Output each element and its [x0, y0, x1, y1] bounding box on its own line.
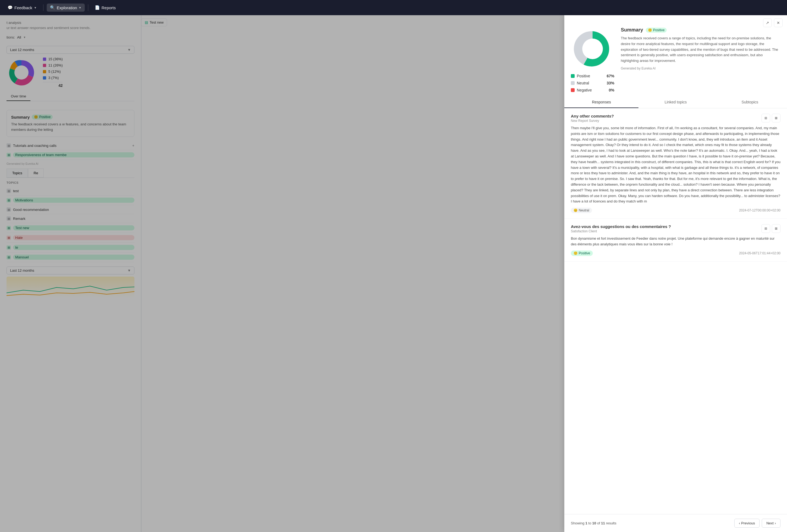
modal-header-actions: ↗ ✕ — [564, 15, 787, 27]
nav-separator-2 — [88, 4, 88, 11]
modal-external-link-button[interactable]: ↗ — [763, 19, 772, 27]
donut-positive-pct: 67% — [607, 74, 614, 78]
donut-color-neutral — [571, 81, 575, 85]
response-actions: ⊞ ⊠ — [762, 114, 781, 123]
topnav: 💬 Feedback ▼ 🔍 Exploration ▼ 📄 Reports — [0, 0, 787, 15]
donut-legend-neutral: Neutral 33% — [571, 81, 614, 85]
response-date: 2024-05-06T17:01:44+02:00 — [739, 251, 781, 255]
reports-icon: 📄 — [95, 5, 100, 10]
exploration-icon: 🔍 — [50, 5, 55, 10]
modal-overlay: ↗ ✕ Positive — [0, 15, 787, 532]
pagination-from: 1 — [585, 521, 587, 525]
response-actions: ⊞ ⊠ — [762, 224, 781, 233]
donut-positive-label: Positive — [577, 74, 590, 78]
prev-chevron: ‹ — [739, 521, 740, 525]
nav-reports-label: Reports — [102, 5, 116, 10]
response-flag-button[interactable]: ⊠ — [772, 114, 781, 123]
pagination-of2: of — [596, 521, 601, 525]
response-survey: Satisfaction Client — [571, 229, 671, 233]
pagination-of: to — [588, 521, 592, 525]
pagination-results: results — [605, 521, 616, 525]
response-flag-button[interactable]: ⊠ — [772, 224, 781, 233]
modal-tab-linked-topics[interactable]: Linked topics — [638, 97, 712, 108]
donut-legend-neutral-left: Neutral — [571, 81, 589, 85]
feedback-chevron: ▼ — [34, 6, 37, 9]
modal-close-button[interactable]: ✕ — [774, 19, 783, 27]
response-question: Avez-vous des suggestions ou des comment… — [571, 224, 671, 229]
donut-section: Positive 67% Neutral 33% — [571, 27, 614, 92]
modal-positive-emoji: 🙂 — [648, 28, 652, 32]
next-label: Next — [766, 521, 774, 525]
responses-list: Any other comments? New Report Survey ⊞ … — [564, 108, 787, 514]
pagination-info: Showing 1 to 10 of 11 results — [571, 521, 616, 525]
sentiment-badge: 😐 Neutral — [571, 208, 592, 213]
next-chevron: › — [775, 521, 776, 525]
nav-exploration-label: Exploration — [57, 5, 77, 10]
donut-legend-negative-left: Negative — [571, 88, 592, 92]
modal-tab-responses[interactable]: Responses — [564, 97, 638, 108]
nav-feedback[interactable]: 💬 Feedback ▼ — [4, 3, 40, 12]
donut-color-negative — [571, 88, 575, 92]
modal-panel: ↗ ✕ Positive — [564, 15, 787, 532]
modal-summary-text: The feedback received covers a range of … — [621, 36, 781, 64]
modal-tab-subtopics[interactable]: Subtopics — [713, 97, 787, 108]
modal-summary-badge: 🙂 Positive — [646, 28, 667, 32]
donut-legend-negative: Negative 0% — [571, 88, 614, 92]
nav-exploration[interactable]: 🔍 Exploration ▼ — [47, 3, 85, 12]
modal-summary-right: Summary 🙂 Positive The feedback received… — [621, 27, 781, 70]
donut-negative-label: Negative — [577, 88, 592, 92]
response-item: Avez-vous des suggestions ou des comment… — [564, 219, 787, 262]
response-footer: 😐 Neutral 2024-07-12T00:00:00+02:00 — [571, 208, 781, 213]
pagination: Showing 1 to 10 of 11 results ‹ Previous… — [564, 514, 787, 532]
modal-summary: Positive 67% Neutral 33% — [564, 27, 787, 97]
sentiment-badge: 🙂 Positive — [571, 250, 593, 256]
prev-button[interactable]: ‹ Previous — [734, 519, 760, 528]
response-text: Then maybe I'll give you, some bit more … — [571, 126, 781, 204]
donut-neutral-pct: 33% — [607, 81, 614, 85]
response-item: Any other comments? New Report Survey ⊞ … — [564, 108, 787, 219]
donut-neutral-label: Neutral — [577, 81, 589, 85]
response-text: Bon dynamisme et fort investissement de … — [571, 236, 781, 247]
svg-point-1 — [582, 39, 603, 59]
modal-summary-title: Summary — [621, 27, 643, 33]
donut-negative-pct: 0% — [609, 88, 614, 92]
response-footer: 🙂 Positive 2024-05-06T17:01:44+02:00 — [571, 250, 781, 256]
modal-summary-badge-label: Positive — [653, 28, 664, 32]
prev-label: Previous — [741, 521, 755, 525]
donut-chart-svg — [571, 27, 614, 71]
sentiment-emoji: 🙂 — [574, 251, 578, 255]
modal-summary-header: Summary 🙂 Positive — [621, 27, 781, 33]
pagination-buttons: ‹ Previous Next › — [734, 519, 781, 528]
response-copy-button[interactable]: ⊞ — [762, 114, 770, 123]
donut-legend-positive-left: Positive — [571, 74, 590, 78]
donut-legend: Positive 67% Neutral 33% — [571, 74, 614, 92]
feedback-icon: 💬 — [7, 5, 13, 10]
modal-tabs: Responses Linked topics Subtopics — [564, 97, 787, 108]
nav-feedback-label: Feedback — [15, 5, 32, 10]
response-copy-button[interactable]: ⊞ — [762, 224, 770, 233]
modal-generated-by: Generated by Eureka AI — [621, 66, 781, 70]
nav-reports[interactable]: 📄 Reports — [91, 3, 119, 12]
response-question: Any other comments? — [571, 114, 614, 118]
exploration-chevron: ▼ — [79, 6, 82, 9]
pagination-total: 11 — [601, 521, 605, 525]
donut-color-positive — [571, 74, 575, 78]
next-button[interactable]: Next › — [762, 519, 781, 528]
response-date: 2024-07-12T00:00:00+02:00 — [739, 208, 781, 212]
pagination-to: 10 — [592, 521, 596, 525]
response-survey: New Report Survey — [571, 119, 614, 123]
donut-legend-positive: Positive 67% — [571, 74, 614, 78]
pagination-showing: Showing — [571, 521, 585, 525]
sentiment-emoji: 😐 — [574, 208, 578, 212]
